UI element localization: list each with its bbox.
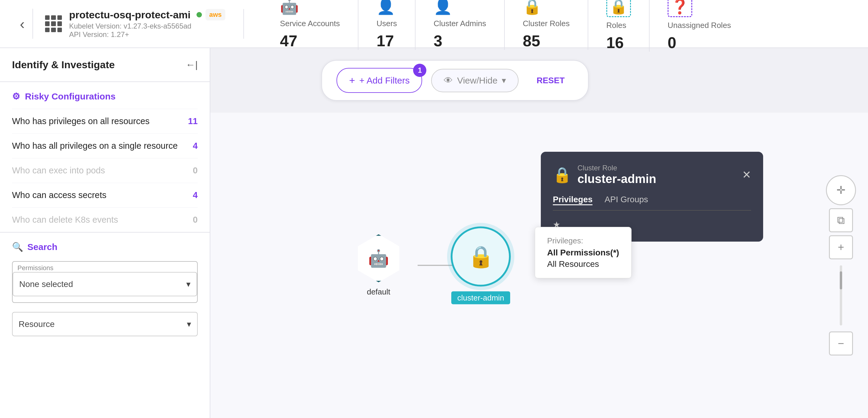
nav-section: ⚙ Risky Configurations Who has privilege… <box>0 82 210 232</box>
popup-tabs: Privileges API Groups <box>553 195 751 211</box>
service-accounts-icon: 🤖 <box>280 0 299 15</box>
zoom-slider[interactable] <box>840 265 842 325</box>
permissions-label: Permissions <box>12 262 197 272</box>
plus-zoom-icon: + <box>838 241 844 253</box>
main-content: + + Add Filters 1 👁 View/Hide ▾ RESET <box>210 48 868 418</box>
sidebar-title: Identify & Investigate <box>12 59 115 70</box>
nav-item-privileges-single[interactable]: Who has all privileges on a single resou… <box>12 133 198 158</box>
layout: Identify & Investigate ←| ⚙ Risky Config… <box>0 48 868 418</box>
search-section: 🔍 Search Permissions None selected ▾ Res… <box>0 232 210 351</box>
gear-icon: ⚙ <box>12 91 20 101</box>
cluster-text: protectu-osq-protect-ami aws Kubelet Ver… <box>69 9 225 39</box>
graph-canvas: 🤖 default 🔒 cluster-admin 1 🔒 <box>210 113 868 418</box>
node-cluster-admin[interactable]: 🔒 cluster-admin <box>451 227 511 304</box>
cluster-admin-icon: 🔒 <box>468 244 494 269</box>
default-node-label: default <box>367 287 390 297</box>
arrows-icon: ✛ <box>836 184 845 197</box>
cluster-admin-label: cluster-admin <box>451 292 510 304</box>
stat-cluster-roles[interactable]: 🔒 Cluster Roles 85 <box>505 0 588 50</box>
viewhide-chevron-icon: ▾ <box>502 76 506 85</box>
collapse-button[interactable]: ←| <box>186 59 198 70</box>
default-node-shape: 🤖 <box>354 234 403 282</box>
permissions-value: None selected <box>19 279 73 289</box>
users-icon: 👤 <box>376 0 395 15</box>
nav-item-exec-pods: Who can exec into pods 0 <box>12 158 198 183</box>
reset-button[interactable]: RESET <box>528 70 574 91</box>
cluster-admin-circle: 🔒 <box>451 227 511 287</box>
stat-users[interactable]: 👤 Users 17 <box>359 0 415 50</box>
pan-control[interactable]: ✛ <box>826 175 856 205</box>
copy-icon: ⧉ <box>837 214 845 227</box>
stat-service-accounts[interactable]: 🤖 Service Accounts 47 <box>262 0 359 50</box>
permissions-wrapper: Permissions None selected ▾ <box>12 261 198 303</box>
popup-lock-icon: 🔒 <box>553 166 571 184</box>
viewhide-button[interactable]: 👁 View/Hide ▾ <box>431 69 519 92</box>
nav-item-access-secrets[interactable]: Who can access secrets 4 <box>12 183 198 207</box>
aws-badge: aws <box>206 9 225 21</box>
stat-roles[interactable]: 🔒 Roles 16 <box>588 0 650 52</box>
search-title[interactable]: 🔍 Search <box>12 242 198 252</box>
sidebar: Identify & Investigate ←| ⚙ Risky Config… <box>0 48 210 418</box>
popup-title-group: 🔒 Cluster Role cluster-admin <box>553 164 656 186</box>
cluster-info: protectu-osq-protect-ami aws Kubelet Ver… <box>45 9 244 39</box>
sidebar-header: Identify & Investigate ←| <box>0 48 210 82</box>
node-default[interactable]: 🤖 default <box>354 234 403 297</box>
permissions-dropdown[interactable]: None selected ▾ <box>12 272 197 296</box>
zoom-in-button[interactable]: + <box>829 235 853 259</box>
default-node-icon: 🤖 <box>368 248 389 268</box>
status-dot <box>196 12 202 18</box>
cluster-admins-icon: 👤 <box>434 0 452 15</box>
copy-control[interactable]: ⧉ <box>829 208 853 232</box>
popup-titles: Cluster Role cluster-admin <box>578 164 656 186</box>
risky-configs-title[interactable]: ⚙ Risky Configurations <box>12 91 198 101</box>
cluster-name: protectu-osq-protect-ami <box>69 9 190 21</box>
toolbar: + + Add Filters 1 👁 View/Hide ▾ RESET <box>210 48 868 113</box>
popup-close-button[interactable]: ✕ <box>742 169 751 181</box>
nav-item-privileges-all[interactable]: Who has privileges on all resources 11 <box>12 109 198 133</box>
filter-badge: 1 <box>413 64 426 77</box>
topbar: ‹ protectu-osq-protect-ami aws Kubelet V… <box>0 0 868 48</box>
tab-api-groups[interactable]: API Groups <box>604 195 648 205</box>
unassigned-roles-icon: ❓ <box>668 0 692 17</box>
dropdown-chevron-icon: ▾ <box>186 279 190 289</box>
search-icon: 🔍 <box>12 242 23 252</box>
resource-label: Resource <box>19 320 55 329</box>
nav-item-delete-events: Who can delete K8s events 0 <box>12 207 198 232</box>
popup-header: 🔒 Cluster Role cluster-admin ✕ <box>553 164 751 186</box>
eye-icon: 👁 <box>444 76 453 86</box>
minus-zoom-icon: − <box>838 337 844 350</box>
privilege-tooltip: Privileges: All Permissions(*) All Resou… <box>535 227 631 278</box>
resource-chevron-icon: ▾ <box>187 319 191 329</box>
roles-icon: 🔒 <box>606 0 631 17</box>
grid-icon <box>45 15 62 32</box>
permissions-container: Permissions None selected ▾ <box>12 261 198 303</box>
api-version: API Version: 1.27+ <box>69 30 225 39</box>
kubelet-version: Kubelet Version: v1.27.3-eks-a5565ad <box>69 22 225 30</box>
zoom-out-button[interactable]: − <box>829 331 853 356</box>
add-filters-button[interactable]: + + Add Filters 1 <box>337 68 422 93</box>
nav-controls: ✛ ⧉ + − <box>826 175 856 356</box>
resource-dropdown[interactable]: Resource ▾ <box>12 312 198 336</box>
cluster-roles-icon: 🔒 <box>523 0 541 15</box>
plus-icon: + <box>349 74 355 86</box>
tab-privileges[interactable]: Privileges <box>553 195 592 205</box>
stat-cluster-admins[interactable]: 👤 Cluster Admins 3 <box>415 0 505 50</box>
back-button[interactable]: ‹ <box>12 9 33 39</box>
stat-unassigned-roles[interactable]: ❓ Unassigned Roles 0 <box>650 0 749 52</box>
zoom-slider-thumb <box>840 271 842 289</box>
